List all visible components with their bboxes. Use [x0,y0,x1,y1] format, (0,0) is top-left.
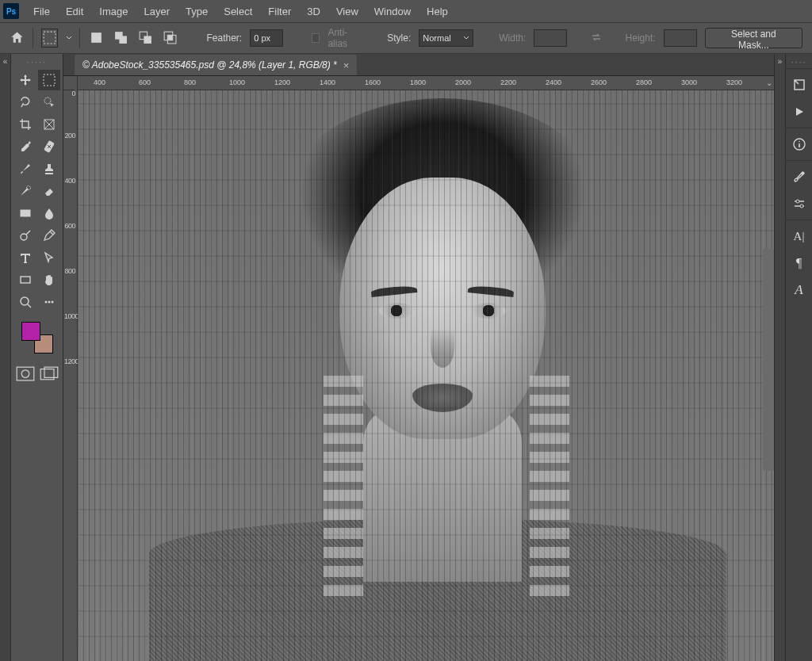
svg-rect-8 [167,36,172,40]
dodge-tool[interactable] [14,225,36,246]
menu-view[interactable]: View [328,2,366,21]
canvas[interactable] [78,90,774,661]
width-label: Width: [499,32,526,44]
feather-input[interactable] [250,29,283,47]
crop-tool[interactable] [14,114,36,135]
brush-tool[interactable] [14,159,36,179]
svg-rect-9 [44,75,55,86]
selection-new-button[interactable] [88,29,105,48]
quick-mask-button[interactable] [16,366,35,382]
move-tool[interactable] [14,70,36,90]
healing-tool[interactable] [38,136,60,157]
separator [33,28,33,48]
quick-select-tool[interactable] [38,92,60,113]
svg-point-23 [21,370,29,378]
separator [79,28,80,48]
selection-add-button[interactable] [113,29,129,48]
style-label: Style: [387,32,411,44]
marquee-preset-button[interactable] [41,29,58,48]
stamp-tool[interactable] [38,159,60,179]
document-title: © AdobeStock_335535465.psd @ 24,8% (Laye… [82,59,337,71]
zoom-tool[interactable] [14,292,36,312]
feather-label: Feather: [207,32,243,44]
adjustments-panel-icon[interactable] [791,196,808,212]
actions-panel-icon[interactable] [791,104,808,120]
pen-tool[interactable] [38,225,60,246]
right-panel-dock: ∙∙∙∙ A| ¶ A [785,54,812,661]
menu-select[interactable]: Select [216,2,260,21]
hand-tool[interactable] [38,269,60,290]
svg-point-13 [26,186,30,190]
swap-icon[interactable] [590,31,603,46]
menu-edit[interactable]: Edit [58,2,91,21]
brushes-panel-icon[interactable] [791,169,808,185]
selection-subtract-button[interactable] [137,29,154,48]
info-panel-icon[interactable] [791,136,808,152]
panel-grip[interactable]: ∙∙∙∙∙ [27,57,47,67]
menu-bar: Ps File Edit Image Layer Type Select Fil… [0,0,812,22]
menu-type[interactable]: Type [178,2,216,21]
svg-rect-1 [91,33,102,44]
app-logo: Ps [3,3,19,19]
vertical-scrollbar[interactable] [763,249,774,471]
history-brush-tool[interactable] [14,181,36,201]
panel-collapse-left[interactable]: « [0,54,11,661]
svg-rect-22 [17,368,34,381]
character-panel-icon[interactable]: A| [791,228,808,244]
document-area: © AdobeStock_335535465.psd @ 24,8% (Laye… [63,54,774,661]
selection-intersect-button[interactable] [162,29,178,48]
menu-window[interactable]: Window [366,2,419,21]
chevron-down-icon[interactable] [66,35,71,41]
select-and-mask-button[interactable]: Select and Mask... [705,28,802,48]
eyedropper-tool[interactable] [14,136,36,157]
svg-rect-3 [119,36,127,44]
menu-file[interactable]: File [25,2,58,21]
menu-3d[interactable]: 3D [299,2,328,21]
options-bar: Feather: Anti-alias Style: Normal Width:… [0,22,812,54]
close-tab-button[interactable]: × [343,59,350,71]
blur-tool[interactable] [38,203,60,224]
type-tool[interactable] [14,247,36,268]
svg-point-10 [44,97,51,104]
width-input [534,29,567,47]
lasso-tool[interactable] [14,92,36,113]
vertical-ruler[interactable]: 0 200 400 600 800 1000 1200 [63,76,78,661]
antialias-checkbox [312,33,320,43]
ruler-origin[interactable] [63,76,75,90]
frame-tool[interactable] [38,114,60,135]
panel-collapse-right[interactable]: » [774,54,785,661]
glyphs-panel-icon[interactable]: A [791,282,808,298]
home-button[interactable] [10,29,25,47]
menu-help[interactable]: Help [419,2,456,21]
history-panel-icon[interactable] [791,77,808,93]
svg-point-28 [800,204,803,208]
svg-rect-5 [144,36,151,44]
document-tab[interactable]: © AdobeStock_335535465.psd @ 24,8% (Laye… [75,55,357,75]
canvas-image [78,90,774,661]
foreground-color-swatch[interactable] [21,322,40,341]
paragraph-panel-icon[interactable]: ¶ [791,255,808,271]
document-tab-bar: © AdobeStock_335535465.psd @ 24,8% (Laye… [63,54,774,76]
svg-point-27 [796,200,799,203]
antialias-label: Anti-alias [327,27,362,49]
svg-point-19 [44,301,47,304]
color-swatches[interactable] [21,322,53,353]
horizontal-ruler[interactable]: 400 600 800 1000 1200 1400 1600 1800 200… [78,76,774,90]
edit-toolbar-button[interactable] [38,292,60,312]
panel-grip[interactable]: ∙∙∙∙ [791,57,806,67]
rectangle-tool[interactable] [14,269,36,290]
svg-rect-0 [44,32,56,44]
eraser-tool[interactable] [38,181,60,201]
style-select[interactable]: Normal [419,29,473,47]
ruler-menu-icon[interactable]: ⌄ [766,78,772,87]
height-input [664,29,697,47]
svg-point-21 [51,301,53,304]
path-select-tool[interactable] [38,247,60,268]
tools-panel: ∙∙∙∙∙ [11,54,63,661]
marquee-tool[interactable] [38,70,60,90]
menu-layer[interactable]: Layer [136,2,178,21]
menu-filter[interactable]: Filter [260,2,299,21]
screen-mode-button[interactable] [40,366,59,382]
menu-image[interactable]: Image [91,2,136,21]
gradient-tool[interactable] [14,203,36,224]
